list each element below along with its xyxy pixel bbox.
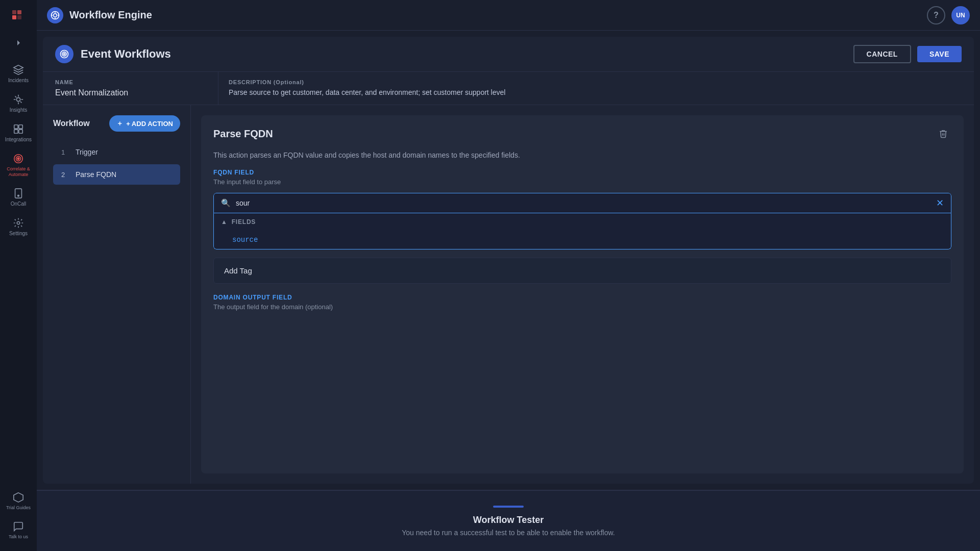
field-search-container: 🔍 ✕ ▲ FIELDS source: [213, 193, 951, 249]
desc-field: DESCRIPTION (Optional) Parse source to g…: [218, 72, 962, 105]
search-dropdown: ▲ FIELDS source: [213, 213, 951, 249]
drag-handle[interactable]: [493, 506, 524, 508]
sidebar-item-oncall[interactable]: OnCall: [0, 183, 37, 212]
sidebar-item-insights[interactable]: Insights: [0, 89, 37, 118]
parse-card-title: Parse FQDN: [213, 128, 273, 140]
svg-rect-8: [19, 130, 22, 133]
svg-rect-2: [17, 10, 21, 14]
search-input[interactable]: [236, 199, 931, 207]
ew-header-icon: [55, 45, 74, 63]
parse-card-header: Parse FQDN: [201, 115, 964, 150]
fqdn-field-label: FQDN FIELD: [213, 169, 951, 176]
workflow-left-panel: Workflow ＋ + ADD ACTION 1 Trigger 2: [43, 105, 191, 484]
topbar-title: Workflow Engine: [69, 9, 152, 21]
domain-output-section: DOMAIN OUTPUT FIELD The output field for…: [213, 294, 951, 311]
save-button[interactable]: SAVE: [917, 46, 962, 62]
workflow-area: Workflow ＋ + ADD ACTION 1 Trigger 2: [43, 105, 974, 484]
add-tag-title[interactable]: Add Tag: [224, 266, 941, 275]
workflow-title: Workflow: [53, 119, 90, 128]
fqdn-field-desc: The input field to parse: [213, 178, 951, 186]
domain-output-desc: The output field for the domain (optiona…: [213, 303, 951, 311]
help-button[interactable]: ?: [927, 6, 945, 24]
tester-title: Workflow Tester: [473, 515, 544, 525]
svg-point-13: [18, 195, 19, 196]
name-value[interactable]: Event Normalization: [55, 88, 208, 97]
svg-rect-6: [19, 125, 22, 129]
svg-point-11: [17, 158, 19, 160]
sidebar-expand-button[interactable]: [8, 35, 29, 51]
sidebar-item-integrations[interactable]: Integrations: [0, 118, 37, 148]
domain-output-label: DOMAIN OUTPUT FIELD: [213, 294, 951, 301]
workflow-steps: 1 Trigger 2 Parse FQDN: [53, 142, 180, 185]
svg-point-17: [63, 53, 65, 55]
parse-card-description: This action parses an FQDN value and cop…: [201, 150, 964, 169]
desc-value[interactable]: Parse source to get customer, data cente…: [229, 88, 962, 96]
svg-rect-3: [17, 15, 21, 19]
sidebar: Incidents Insights Integrations Correlat…: [0, 0, 37, 551]
field-item-source[interactable]: source: [214, 231, 951, 249]
fields-group-header[interactable]: ▲ FIELDS: [214, 213, 951, 231]
ew-header: Event Workflows CANCEL SAVE: [43, 37, 974, 72]
chevron-down-icon: ▲: [221, 218, 228, 226]
search-clear-button[interactable]: ✕: [936, 198, 944, 208]
event-workflows-panel: Event Workflows CANCEL SAVE NAME Event N…: [43, 37, 974, 484]
search-icon: 🔍: [221, 198, 231, 208]
svg-point-18: [62, 52, 66, 56]
step-item-parse-fqdn[interactable]: 2 Parse FQDN: [53, 164, 180, 185]
svg-rect-7: [14, 130, 18, 133]
svg-rect-0: [12, 15, 16, 19]
add-action-icon: ＋: [116, 119, 123, 128]
step-item-trigger[interactable]: 1 Trigger: [53, 142, 180, 162]
tester-description: You need to run a successful test to be …: [402, 529, 615, 537]
add-action-button[interactable]: ＋ + ADD ACTION: [109, 115, 180, 132]
delete-button[interactable]: [935, 126, 951, 142]
ew-header-title: Event Workflows: [81, 47, 171, 61]
parse-card-body: FQDN FIELD The input field to parse 🔍 ✕: [201, 169, 964, 473]
main-area: Workflow Engine ? UN Event Workflows: [37, 0, 980, 551]
sidebar-item-correlate[interactable]: Correlate &Automate: [0, 148, 37, 183]
sidebar-item-settings[interactable]: Settings: [0, 212, 37, 242]
workflow-right-panel: Parse FQDN This action parses an F: [191, 105, 974, 484]
user-avatar[interactable]: UN: [951, 6, 970, 24]
content-wrapper: Event Workflows CANCEL SAVE NAME Event N…: [37, 31, 980, 551]
workflow-header: Workflow ＋ + ADD ACTION: [53, 115, 180, 132]
app-logo[interactable]: [8, 6, 29, 27]
name-desc-row: NAME Event Normalization DESCRIPTION (Op…: [43, 72, 974, 105]
parse-fqdn-card: Parse FQDN This action parses an F: [201, 115, 964, 473]
workflow-tester-section: Workflow Tester You need to run a succes…: [37, 490, 980, 551]
sidebar-item-incidents[interactable]: Incidents: [0, 59, 37, 89]
name-label: NAME: [55, 79, 208, 85]
svg-point-14: [17, 221, 20, 224]
sidebar-item-talk-to-us[interactable]: Talk to us: [0, 516, 37, 545]
sidebar-item-trial-guides[interactable]: Trial Guides: [0, 487, 37, 516]
add-tag-section: Add Tag: [213, 258, 951, 284]
svg-point-19: [61, 51, 68, 58]
name-field: NAME Event Normalization: [55, 72, 218, 105]
svg-rect-1: [12, 10, 16, 14]
svg-rect-5: [14, 125, 18, 129]
sidebar-bottom: Trial Guides Talk to us: [0, 487, 37, 545]
topbar-workflow-icon: [47, 7, 63, 23]
desc-label: DESCRIPTION (Optional): [229, 79, 962, 85]
svg-point-4: [16, 97, 20, 101]
search-input-row: 🔍 ✕: [213, 193, 951, 213]
cancel-button[interactable]: CANCEL: [853, 45, 911, 63]
svg-point-16: [54, 13, 57, 17]
topbar: Workflow Engine ? UN: [37, 0, 980, 31]
